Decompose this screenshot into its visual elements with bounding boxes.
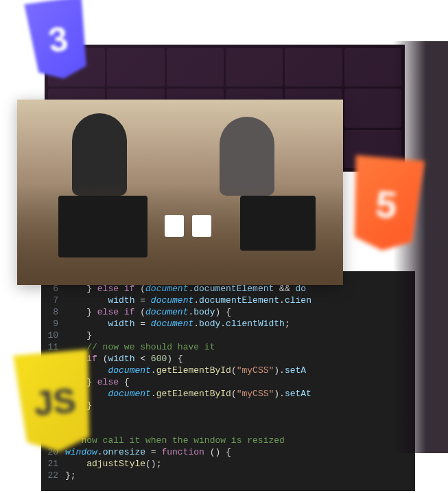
js-logo-icon: JS (6, 349, 104, 456)
code-content: }; (65, 470, 76, 481)
code-content: } (65, 330, 92, 341)
videocall-tile (167, 48, 224, 87)
code-line: 7 width = document.documentElement.clien (41, 295, 415, 306)
html5-logo-icon: 5 (341, 154, 431, 254)
js-logo-text: JS (32, 380, 78, 424)
css3-logo-text: 3 (46, 19, 71, 60)
code-content: width = document.documentElement.clien (65, 295, 311, 306)
videocall-tile (344, 48, 401, 87)
line-number: 22 (41, 470, 65, 481)
code-content: width = document.body.clientWidth; (65, 318, 290, 330)
line-number: 9 (41, 318, 65, 330)
code-line: 8 } else if (document.body) { (41, 306, 415, 318)
mug-illustration (192, 215, 211, 237)
code-content: } else if (document.body) { (65, 306, 231, 318)
videocall-tile (107, 48, 164, 87)
code-line: 12 if (width < 600) { (41, 353, 415, 365)
videocall-tile (285, 48, 342, 87)
css3-logo-icon: 3 (19, 0, 97, 83)
videocall-tile (344, 89, 401, 127)
laptop-illustration (58, 196, 148, 257)
html5-logo-text: 5 (374, 181, 399, 227)
code-line: 10 } (41, 330, 415, 341)
code-content: document.getElementById("myCSS").setAt (65, 388, 311, 400)
line-number: 21 (41, 458, 65, 470)
code-line: 21 adjustStyle(); (41, 458, 415, 470)
line-number: 7 (41, 295, 65, 306)
videocall-tile (226, 48, 283, 87)
code-line: 11 // now we should have it (41, 341, 415, 353)
laptop-illustration (240, 196, 316, 251)
line-number: 8 (41, 306, 65, 318)
code-content: adjustStyle(); (65, 458, 161, 470)
workspace-photo (17, 100, 343, 285)
code-line: 22}; (41, 470, 415, 481)
line-number: 10 (41, 330, 65, 341)
code-content: document.getElementById("myCSS").setA (65, 365, 306, 376)
code-line: 9 width = document.body.clientWidth; (41, 318, 415, 330)
mug-illustration (165, 215, 184, 237)
